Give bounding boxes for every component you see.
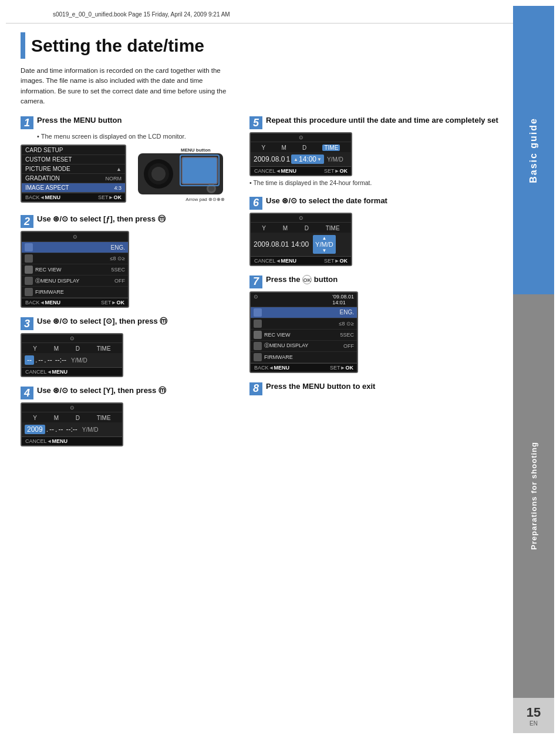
step-8-header: 8 Press the MENU button to exit [249, 381, 498, 395]
settings-label-recview: REC VIEW [35, 267, 111, 273]
step-5-title: Repeat this procedure until the date and… [266, 115, 498, 126]
step-2-title: Use ⊛/⊙ to select [ƒ], then press ⓜ [37, 214, 166, 224]
dt4-sep1: . [46, 425, 48, 434]
dt5-values: 2009.08.0 1 ▲ 14:00 ▼ Y/M/D [251, 152, 351, 166]
dt3-top: ⊙ [22, 334, 122, 343]
st7-label-menudisplay: ⓪MENU DISPLAY [264, 342, 343, 350]
dt-TIME-label: TIME [97, 345, 111, 352]
menu-row-card-setup: CARD SETUP [22, 146, 125, 155]
left-column: 1 Press the MENU button The menu screen … [21, 115, 238, 455]
menu-row-picture-mode: PICTURE MODE ▲ [22, 164, 125, 174]
arrow-pad-label: Arrow pad ⊛⊙⊕⊗ [185, 197, 225, 202]
lcd-datetime-4: ⊙ Y M D TIME 2009 . -- . -- [21, 402, 123, 446]
st7-label-recview: REC VIEW [264, 332, 340, 338]
dt3-values: -- . -- . -- --:-- Y/M/D [22, 353, 122, 367]
step-4-header: 4 Use ⊛/⊙ to select [Y], then press ⓜ [21, 385, 238, 399]
step-7: 7 Press the OK button ⊙ '09.08.0114:01 E… [249, 274, 498, 373]
settings-row-firmware: FIRMWARE [22, 287, 128, 298]
set-label-6: SET►OK [324, 258, 348, 264]
dt6-header: Y M D TIME [251, 223, 351, 233]
camera-image-container: MENU button Arrow pad ⊛⊙⊕⊗ [135, 145, 226, 203]
st7-icon-2 [254, 320, 262, 328]
dt-M-label: M [54, 345, 59, 352]
dt5-time-selected: ▲ 14:00 ▼ [291, 154, 324, 164]
dt6-values: 2009.08.01 14:00 ▲ Y/M/D ▼ [251, 233, 351, 256]
st7-label-firmware: FIRMWARE [264, 354, 293, 360]
dt5-time-val: 14:00 [299, 155, 316, 163]
set-label-5: SET►OK [324, 168, 348, 174]
step-1-subtitle: The menu screen is displayed on the LCD … [37, 132, 238, 141]
dt4-header: Y M D TIME [22, 412, 122, 422]
ok-circle-icon: OK [302, 275, 312, 284]
step-7-number: 7 [249, 276, 262, 288]
st7-val-2: ≤8 ⊙≥ [339, 321, 354, 327]
datetime-screen-step3: ⊙ Y M D TIME -- . -- . -- [21, 333, 238, 377]
camera-svg [135, 145, 226, 203]
menu-item-label: IMAGE ASPECT [25, 184, 114, 191]
step-7-header: 7 Press the OK button [249, 274, 498, 288]
menu-item-label: CUSTOM RESET [25, 156, 122, 163]
settings-icon-menudisplay [25, 277, 33, 285]
menu-item-label: GRADATION [25, 175, 106, 182]
step-3-header: 3 Use ⊛/⊙ to select [⊙], then press ⓜ [21, 316, 238, 330]
step-1-title: Press the MENU button [37, 115, 122, 126]
menu-item-val: ▲ [116, 166, 122, 172]
st7-row-2: ≤8 ⊙≥ [251, 318, 357, 330]
page-title: Setting the date/time [31, 36, 204, 56]
dt3-day: -- [48, 356, 52, 364]
dt-Y-label: Y [33, 345, 37, 352]
dt5-sep: 1 [286, 155, 290, 163]
settings-top-icon: ⊙ [22, 232, 128, 242]
sidebar-basic-text: Basic guide [528, 117, 539, 183]
step-6: 6 Use ⊛/⊙ to select the date format ⊙ Y … [249, 196, 498, 266]
dt4-top: ⊙ [22, 404, 122, 412]
step-6-header: 6 Use ⊛/⊙ to select the date format [249, 196, 498, 210]
settings-row-recview: REC VIEW 5SEC [22, 264, 128, 276]
step-8-title: Press the MENU button to exit [266, 381, 375, 392]
settings-icon-firmware [25, 288, 33, 296]
step-5: 5 Repeat this procedure until the date a… [249, 115, 498, 187]
st7-row-1: ENG. [251, 307, 357, 318]
st7-icon-recview [254, 331, 262, 339]
dt5-year: 2009.08.0 [254, 155, 285, 163]
menu-item-label: PICTURE MODE [25, 166, 116, 172]
settings-icon-1 [25, 243, 33, 251]
camera-and-labels: MENU button Arrow pad ⊛⊙⊕⊗ [135, 145, 226, 206]
st7-row-firmware: FIRMWARE [251, 352, 357, 363]
dt4-M-label: M [54, 415, 59, 421]
dt6-format-val: Y/M/D [315, 241, 333, 248]
dt3-month: -- [38, 356, 43, 364]
dt4-space: --:-- [66, 425, 77, 434]
dt6-date: 2009.08.01 [254, 240, 289, 248]
lcd-settings-7: ⊙ '09.08.0114:01 ENG. ≤8 ⊙≥ [249, 291, 358, 373]
step-1: 1 Press the MENU button The menu screen … [21, 115, 238, 206]
step-1-number: 1 [21, 116, 33, 129]
dt5-ymd: Y/M/D [327, 156, 343, 163]
settings-bottom-bar: BACK◄MENU SET►OK [22, 298, 128, 307]
dt4-Y-label: Y [33, 415, 37, 421]
dt4-year-selected: 2009 [25, 425, 45, 434]
settings-row-1-selected: ENG. [22, 242, 128, 253]
st7-row-recview: REC VIEW 5SEC [251, 330, 357, 341]
step-3-number: 3 [21, 317, 33, 330]
datetime-screen-step4: ⊙ Y M D TIME 2009 . -- . -- [21, 402, 238, 446]
step-6-number: 6 [249, 197, 262, 210]
st7-icon-firmware [254, 353, 262, 361]
two-column-layout: 1 Press the MENU button The menu screen … [21, 115, 498, 455]
dt5-Y-label: Y [262, 145, 266, 151]
back-label-7: BACK◄MENU [254, 365, 289, 371]
step-2: 2 Use ⊛/⊙ to select [ƒ], then press ⓜ ⊙ … [21, 214, 238, 308]
settings-val-2: ≤8 ⊙≥ [110, 256, 125, 261]
dt6-D-label: D [305, 225, 309, 231]
cancel-label-5: CANCEL◄MENU [254, 168, 296, 174]
step-4: 4 Use ⊛/⊙ to select [Y], then press ⓜ ⊙ … [21, 385, 238, 446]
menu-row-custom-reset: CUSTOM RESET [22, 155, 125, 164]
sidebar-basic-guide: Basic guide [513, 6, 554, 294]
st7-val-recview: 5SEC [340, 332, 354, 338]
step-7-title: Press the OK button [266, 274, 338, 285]
settings-screen-step2: ⊙ ENG. ≤8 ⊙≥ REC V [21, 231, 238, 308]
settings-row-2: ≤8 ⊙≥ [22, 253, 128, 264]
step-4-number: 4 [21, 387, 33, 399]
dt3-bottom: CANCEL◄MENU [22, 367, 122, 376]
dt3-ymd: Y/M/D [71, 357, 87, 364]
